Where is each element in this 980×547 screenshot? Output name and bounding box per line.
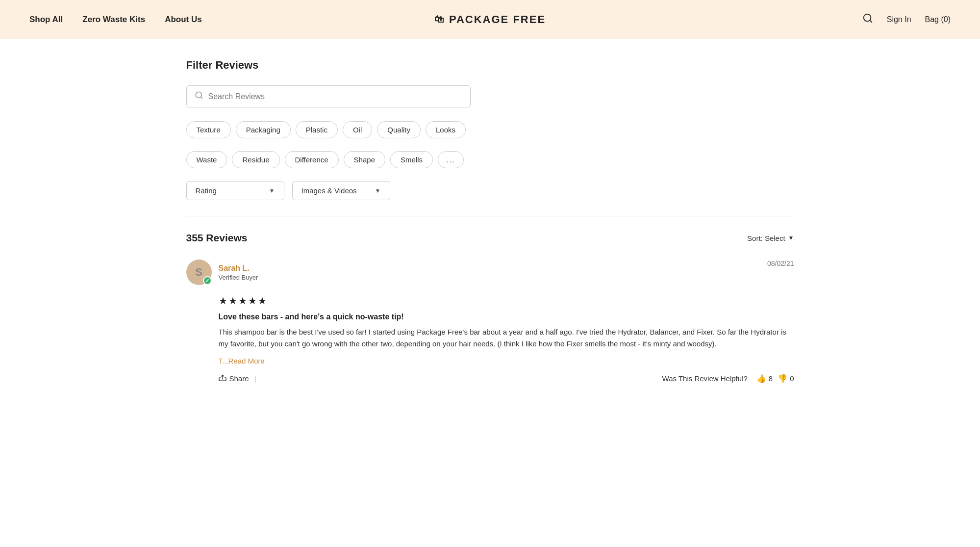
search-box — [186, 85, 471, 107]
tag-smells[interactable]: Smells — [390, 151, 433, 168]
share-icon — [219, 374, 226, 383]
thumbs-down-count: 0 — [790, 374, 794, 383]
verified-badge-icon: ✓ — [203, 276, 212, 285]
share-button[interactable]: Share | — [219, 374, 260, 383]
tag-more[interactable]: ... — [438, 151, 464, 168]
avatar: S ✓ — [186, 260, 212, 285]
thumbs-up-button[interactable]: 👍 8 — [756, 374, 773, 383]
nav-zero-waste-kits[interactable]: Zero Waste Kits — [82, 15, 145, 25]
rating-chevron-icon: ▼ — [269, 187, 275, 194]
review-date: 08/02/21 — [767, 260, 794, 267]
rating-label: Rating — [196, 186, 217, 195]
reviews-count: 355 Reviews — [186, 232, 248, 244]
thumbs-down-button[interactable]: 👎 0 — [778, 374, 794, 383]
search-icon[interactable] — [862, 13, 873, 26]
reviewer-name: Sarah L. — [219, 264, 258, 273]
thumbs-up-icon: 👍 — [756, 374, 766, 383]
reviews-header: 355 Reviews Sort: Select ▼ — [186, 232, 794, 244]
tag-plastic[interactable]: Plastic — [296, 121, 338, 138]
tag-quality[interactable]: Quality — [377, 121, 421, 138]
read-more-link[interactable]: T...Read More — [219, 357, 794, 365]
nav-about-us[interactable]: About Us — [165, 15, 202, 25]
tag-residue[interactable]: Residue — [232, 151, 279, 168]
sort-label: Sort: Select — [747, 234, 785, 242]
filter-tags-row2: Waste Residue Difference Shape Smells ..… — [186, 151, 794, 168]
sign-in-button[interactable]: Sign In — [887, 15, 911, 24]
header-actions: Sign In Bag (0) — [862, 13, 951, 26]
review-body: This shampoo bar is the best I've used s… — [219, 326, 794, 350]
reviewer-info: S ✓ Sarah L. Verified Buyer — [186, 260, 258, 285]
review-title: Love these bars - and here's a quick no-… — [219, 313, 794, 321]
nav-shop-all[interactable]: Shop All — [29, 15, 63, 25]
helpful-row: Was This Review Helpful? 👍 8 👎 0 — [662, 374, 794, 383]
share-label: Share — [229, 374, 249, 383]
review-card: S ✓ Sarah L. Verified Buyer 08/02/21 ★ ★… — [186, 260, 794, 399]
star-1: ★ — [219, 295, 227, 307]
star-4: ★ — [248, 295, 257, 307]
star-2: ★ — [228, 295, 237, 307]
rating-dropdown[interactable]: Rating ▼ — [186, 181, 284, 200]
header: Shop All Zero Waste Kits About Us 🛍 PACK… — [0, 0, 980, 39]
filter-dropdowns: Rating ▼ Images & Videos ▼ — [186, 181, 794, 200]
review-footer: Share | Was This Review Helpful? 👍 8 👎 0 — [219, 374, 794, 383]
logo-icon: 🛍 — [434, 14, 445, 25]
avatar-initial: S — [195, 266, 202, 279]
bag-button[interactable]: Bag (0) — [925, 15, 951, 24]
site-logo[interactable]: 🛍 PACKAGE FREE — [434, 13, 546, 26]
search-input-icon — [195, 91, 203, 102]
helpful-label: Was This Review Helpful? — [662, 374, 748, 383]
review-top: S ✓ Sarah L. Verified Buyer 08/02/21 — [186, 260, 794, 285]
images-videos-label: Images & Videos — [302, 186, 357, 195]
thumbs-down-icon: 👎 — [778, 374, 787, 383]
reviewer-details: Sarah L. Verified Buyer — [219, 264, 258, 281]
header-nav: Shop All Zero Waste Kits About Us — [29, 15, 202, 25]
logo-text: PACKAGE FREE — [449, 13, 546, 26]
images-videos-chevron-icon: ▼ — [375, 187, 381, 194]
sort-control[interactable]: Sort: Select ▼ — [747, 234, 794, 242]
verified-buyer-label: Verified Buyer — [219, 274, 258, 281]
sort-chevron-icon: ▼ — [788, 234, 794, 241]
tag-oil[interactable]: Oil — [343, 121, 372, 138]
tag-shape[interactable]: Shape — [344, 151, 385, 168]
pipe-divider: | — [255, 374, 257, 383]
tag-texture[interactable]: Texture — [186, 121, 231, 138]
main-content: Filter Reviews Texture Packaging Plastic… — [147, 39, 833, 418]
tag-packaging[interactable]: Packaging — [236, 121, 291, 138]
filter-title: Filter Reviews — [186, 59, 794, 72]
section-divider — [186, 216, 794, 216]
star-3: ★ — [238, 295, 247, 307]
filter-tags: Texture Packaging Plastic Oil Quality Lo… — [186, 121, 794, 138]
tag-looks[interactable]: Looks — [426, 121, 466, 138]
tag-waste[interactable]: Waste — [186, 151, 227, 168]
star-5: ★ — [258, 295, 267, 307]
tag-difference[interactable]: Difference — [285, 151, 339, 168]
thumbs-up-count: 8 — [769, 374, 773, 383]
svg-line-3 — [201, 97, 202, 98]
search-input[interactable] — [208, 92, 462, 101]
svg-line-1 — [870, 20, 872, 22]
images-videos-dropdown[interactable]: Images & Videos ▼ — [292, 181, 390, 200]
review-stars: ★ ★ ★ ★ ★ — [219, 295, 794, 307]
